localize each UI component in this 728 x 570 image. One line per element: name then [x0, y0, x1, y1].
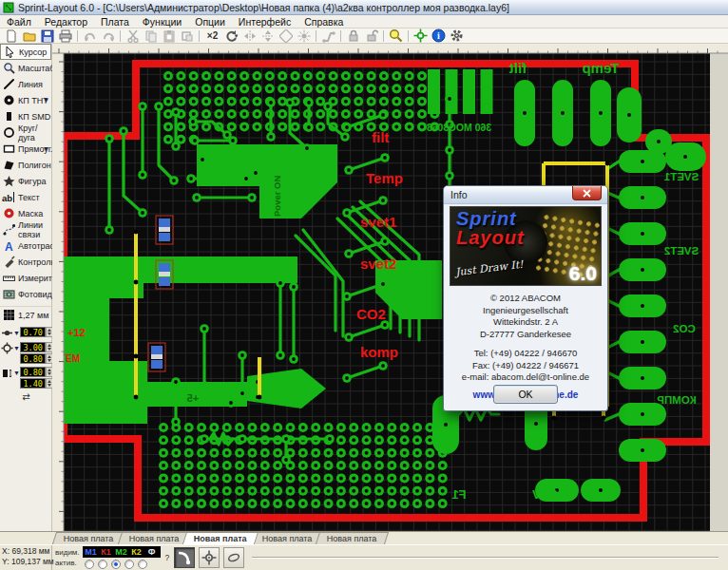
tool-text[interactable]: abТекст	[0, 189, 51, 205]
layer-radio-М2[interactable]	[111, 560, 121, 569]
layer-radio-К1[interactable]	[98, 560, 107, 569]
layer-chip-К1[interactable]: К1	[100, 547, 113, 557]
pad-outer-value[interactable]: 3.00	[20, 342, 46, 352]
tab-board-1[interactable]: Новая плата	[52, 532, 125, 544]
lock-button[interactable]	[344, 28, 362, 43]
tool-line[interactable]: Линия	[0, 76, 51, 92]
tool-pad-tht[interactable]: КП THT▼	[0, 92, 51, 108]
tab-board-3[interactable]: Новая плата	[182, 532, 259, 544]
layer-chip-М1[interactable]: М1	[85, 547, 98, 557]
tool-mask[interactable]: Маска	[0, 205, 51, 221]
swap-values-icon[interactable]: ⇄	[22, 391, 29, 402]
tool-polygon[interactable]: Полигон	[0, 157, 51, 173]
redo-button[interactable]	[99, 28, 117, 43]
route-button[interactable]	[319, 28, 337, 43]
chevron-down-icon[interactable]: ▼	[13, 345, 20, 352]
unlock-button[interactable]	[362, 28, 380, 43]
open-button[interactable]	[20, 28, 38, 43]
layer-help[interactable]: ?	[165, 553, 170, 562]
chevron-down-icon[interactable]: ▼	[13, 330, 20, 336]
tab-board-2[interactable]: Новая плата	[117, 532, 190, 544]
cut-button[interactable]	[124, 28, 142, 43]
bend-mode-button[interactable]	[174, 547, 195, 568]
tool-cursor[interactable]: Курсор	[0, 44, 51, 60]
duplicate-button[interactable]	[178, 28, 196, 43]
print-button[interactable]	[56, 28, 74, 43]
pad-size-icon	[1, 342, 13, 354]
pad-smd-icon	[3, 110, 15, 123]
tool-label: Полигон	[18, 161, 51, 170]
save-button[interactable]	[38, 28, 56, 43]
undo-button[interactable]	[81, 28, 99, 43]
pad-inner-value[interactable]: 0.80	[20, 353, 46, 364]
tool-photoview[interactable]: Фотовид	[0, 286, 51, 302]
layer-row-labels: видим. актив.	[52, 548, 80, 567]
svg-text:svet2: svet2	[360, 256, 396, 272]
tool-autoroute[interactable]: AАвтотрасса	[0, 238, 51, 254]
tab-board-5[interactable]: Новая плата	[316, 532, 389, 544]
goto-origin-button[interactable]	[412, 28, 430, 43]
menu-edit[interactable]: Редактор	[38, 15, 94, 28]
autoroute-icon: A	[3, 239, 15, 252]
snap-button[interactable]	[295, 28, 313, 43]
close-button[interactable]	[572, 186, 602, 200]
dialog-title: Info	[450, 189, 468, 200]
mirror-vertical-button[interactable]	[259, 28, 277, 43]
svg-text:+12: +12	[67, 327, 86, 338]
paste-button[interactable]	[160, 28, 178, 43]
copy-button[interactable]	[142, 28, 160, 43]
tool-test[interactable]: Контроль	[0, 254, 51, 270]
mirror-horizontal-button[interactable]	[240, 28, 259, 43]
snap-target-button[interactable]	[199, 547, 220, 568]
new-button[interactable]	[2, 28, 20, 43]
menu-board[interactable]: Плата	[94, 15, 136, 28]
lock-icon	[347, 29, 360, 43]
align-button[interactable]	[277, 28, 295, 43]
tool-measure[interactable]: Измеритель	[0, 270, 51, 286]
tool-label: Курсор	[19, 48, 47, 57]
tool-ratsnest[interactable]: Линии связи	[0, 221, 51, 238]
layer-radio-М1[interactable]	[85, 560, 94, 569]
tool-shape[interactable]: Фигура	[0, 173, 51, 189]
layer-chip-Ф[interactable]: Ф	[145, 547, 159, 557]
svg-text:220 V: 220 V	[532, 487, 565, 502]
tool-pad-smd[interactable]: КП SMD	[0, 108, 51, 124]
layer-active-radios[interactable]	[83, 559, 161, 570]
layer-visibility-buttons[interactable]: М1К1М2К2Ф	[83, 546, 161, 558]
menu-file[interactable]: Файл	[0, 15, 38, 28]
menu-functions[interactable]: Функции	[136, 15, 188, 28]
rotate-button[interactable]: ▾	[222, 28, 240, 43]
tool-zoom[interactable]: Масштаб	[0, 60, 51, 76]
pcb-canvas[interactable]: filtTempsvet1svet2CO2komp+12TEM360 MOC30…	[52, 44, 728, 532]
tool-label: Линии связи	[18, 220, 51, 239]
grid-button[interactable]: 1,27 мм	[0, 306, 51, 321]
svg-text:SVET2: SVET2	[664, 245, 699, 256]
layer-radio-Ф[interactable]	[138, 560, 147, 569]
special-shape-icon	[3, 175, 15, 187]
smd-height-value[interactable]: 1.40	[20, 378, 46, 389]
line-icon	[3, 78, 15, 90]
tab-board-4[interactable]: Новая плата	[251, 532, 324, 544]
svg-text:SVET1: SVET1	[663, 171, 699, 182]
tool-rectangle[interactable]: Прямоуг.▼	[0, 141, 51, 157]
chevron-down-icon[interactable]: ▼	[13, 370, 20, 376]
chevron-down-icon[interactable]: ▼	[43, 145, 49, 152]
duplicate-x2-button[interactable]: ×2	[202, 28, 222, 43]
menu-interface[interactable]: Интерфейс	[232, 15, 297, 28]
layer-chip-К2[interactable]: К2	[130, 547, 144, 557]
freeform-button[interactable]	[223, 547, 244, 568]
layer-chip-М2[interactable]: М2	[115, 547, 128, 557]
layer-radio-К2[interactable]	[125, 560, 134, 569]
smd-width-value[interactable]: 0.80	[20, 367, 46, 377]
ok-button[interactable]: OK	[493, 385, 558, 404]
brand-image: Sprint Layout Just Draw It! 6.0	[450, 206, 602, 286]
settings-button[interactable]	[448, 28, 466, 43]
zoom-all-button[interactable]	[387, 28, 405, 43]
menu-help[interactable]: Справка	[297, 15, 350, 28]
track-width-value[interactable]: 0.70	[20, 327, 46, 337]
info-button[interactable]: i	[430, 28, 448, 43]
svg-text:CO2: CO2	[356, 306, 386, 322]
tool-circle[interactable]: Круг/дуга	[0, 124, 51, 141]
chevron-down-icon[interactable]: ▼	[43, 97, 49, 104]
menu-options[interactable]: Опции	[188, 15, 232, 28]
